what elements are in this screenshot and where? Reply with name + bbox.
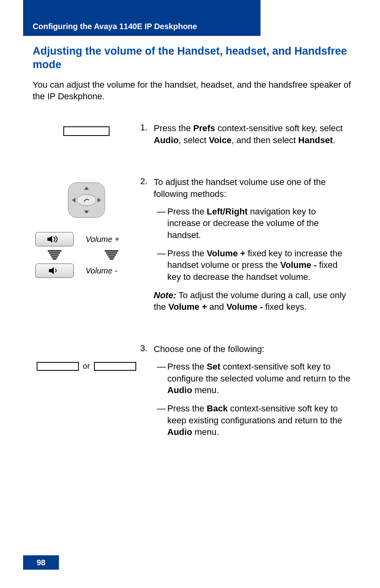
step-2-lead: To adjust the handset volume use one of … <box>154 176 351 200</box>
step-2-note: Note: To adjust the volume during a call… <box>154 289 351 313</box>
step-1: 1. Press the Prefs context-sensitive sof… <box>140 122 351 146</box>
volume-up-button-icon[interactable] <box>35 232 74 246</box>
prefs-softkey[interactable] <box>63 126 110 136</box>
step-2: 2. To adjust the handset volume use one … <box>140 176 351 313</box>
breadcrumb: Configuring the Avaya 1140E IP Deskphone <box>23 19 261 33</box>
back-softkey[interactable] <box>94 362 136 371</box>
step-number: 3. <box>140 343 154 444</box>
intro-paragraph: You can adjust the volume for the handse… <box>33 79 351 102</box>
volume-minus-label: Volume - <box>86 266 137 275</box>
page-number: 98 <box>23 555 59 570</box>
step-3-lead: Choose one of the following: <box>154 343 351 355</box>
step-3-sub-2: — Press the Back context-sensitive soft … <box>154 403 351 438</box>
step-1-body: Press the Prefs context-sensitive soft k… <box>154 122 351 146</box>
equalizer-icon <box>86 250 137 260</box>
page-title: Adjusting the volume of the Handset, hea… <box>33 45 351 72</box>
volume-down-button-icon[interactable] <box>35 264 74 278</box>
step-2-sub-2: — Press the Volume + fixed key to increa… <box>154 248 351 283</box>
step-2-sub-1: — Press the Left/Right navigation key to… <box>154 206 351 241</box>
step-number: 1. <box>140 122 154 146</box>
svg-marker-7 <box>49 267 54 274</box>
volume-plus-label: Volume + <box>86 235 137 244</box>
equalizer-icon <box>35 250 74 260</box>
breadcrumb-text: Configuring the Avaya 1140E IP Deskphone <box>33 22 197 31</box>
svg-point-5 <box>77 195 96 206</box>
set-softkey[interactable] <box>37 362 79 371</box>
step-number: 2. <box>140 176 154 313</box>
svg-marker-6 <box>47 236 52 243</box>
step-3-sub-1: — Press the Set context-sensitive soft k… <box>154 361 351 396</box>
or-separator: or <box>83 362 90 371</box>
navigation-cluster-icon <box>63 180 110 222</box>
step-3: 3. Choose one of the following: — Press … <box>140 343 351 444</box>
